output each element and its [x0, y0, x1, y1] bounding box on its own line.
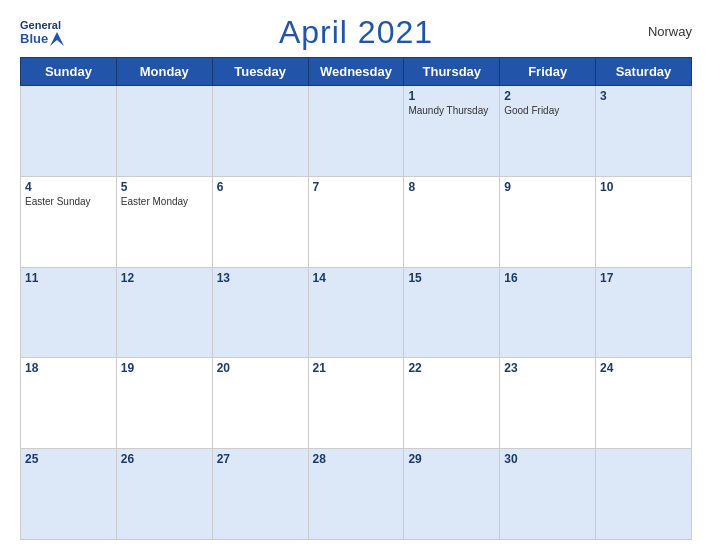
day-number: 17	[600, 271, 687, 285]
calendar-cell: 23	[500, 358, 596, 449]
day-number: 28	[313, 452, 400, 466]
day-number: 20	[217, 361, 304, 375]
weekday-header-row: SundayMondayTuesdayWednesdayThursdayFrid…	[21, 58, 692, 86]
day-number: 29	[408, 452, 495, 466]
calendar-cell: 9	[500, 176, 596, 267]
calendar-week-row: 18192021222324	[21, 358, 692, 449]
calendar-cell: 14	[308, 267, 404, 358]
calendar-cell: 25	[21, 449, 117, 540]
calendar-cell: 4Easter Sunday	[21, 176, 117, 267]
calendar-cell: 15	[404, 267, 500, 358]
day-number: 25	[25, 452, 112, 466]
day-number: 21	[313, 361, 400, 375]
day-number: 18	[25, 361, 112, 375]
calendar-week-row: 252627282930	[21, 449, 692, 540]
calendar-cell: 30	[500, 449, 596, 540]
calendar-cell: 8	[404, 176, 500, 267]
calendar-cell: 13	[212, 267, 308, 358]
day-number: 7	[313, 180, 400, 194]
calendar-cell	[21, 86, 117, 177]
calendar-week-row: 4Easter Sunday5Easter Monday678910	[21, 176, 692, 267]
calendar-cell: 11	[21, 267, 117, 358]
logo-icon	[50, 32, 64, 46]
calendar-cell	[212, 86, 308, 177]
calendar-week-row: 1Maundy Thursday2Good Friday3	[21, 86, 692, 177]
calendar-cell: 2Good Friday	[500, 86, 596, 177]
calendar-cell: 21	[308, 358, 404, 449]
calendar-cell: 10	[596, 176, 692, 267]
day-number: 5	[121, 180, 208, 194]
calendar-header: General Blue April 2021 Norway	[20, 14, 692, 51]
day-number: 27	[217, 452, 304, 466]
day-number: 10	[600, 180, 687, 194]
calendar-cell: 26	[116, 449, 212, 540]
calendar-cell: 22	[404, 358, 500, 449]
weekday-header-tuesday: Tuesday	[212, 58, 308, 86]
day-number: 14	[313, 271, 400, 285]
day-number: 13	[217, 271, 304, 285]
calendar-cell: 20	[212, 358, 308, 449]
calendar-cell: 7	[308, 176, 404, 267]
day-number: 15	[408, 271, 495, 285]
calendar-week-row: 11121314151617	[21, 267, 692, 358]
calendar-cell: 17	[596, 267, 692, 358]
calendar-cell: 5Easter Monday	[116, 176, 212, 267]
weekday-header-monday: Monday	[116, 58, 212, 86]
day-number: 4	[25, 180, 112, 194]
day-number: 30	[504, 452, 591, 466]
calendar-cell: 3	[596, 86, 692, 177]
day-number: 2	[504, 89, 591, 103]
weekday-header-sunday: Sunday	[21, 58, 117, 86]
weekday-header-wednesday: Wednesday	[308, 58, 404, 86]
day-event: Easter Monday	[121, 196, 208, 207]
day-number: 24	[600, 361, 687, 375]
calendar-cell: 24	[596, 358, 692, 449]
day-number: 9	[504, 180, 591, 194]
calendar-cell: 16	[500, 267, 596, 358]
calendar-cell	[308, 86, 404, 177]
weekday-header-saturday: Saturday	[596, 58, 692, 86]
day-event: Good Friday	[504, 105, 591, 116]
logo-blue-text: Blue	[20, 31, 48, 46]
day-number: 8	[408, 180, 495, 194]
month-title: April 2021	[279, 14, 433, 51]
svg-marker-0	[50, 32, 64, 46]
day-number: 16	[504, 271, 591, 285]
day-number: 23	[504, 361, 591, 375]
calendar-cell: 28	[308, 449, 404, 540]
day-number: 26	[121, 452, 208, 466]
day-number: 22	[408, 361, 495, 375]
day-number: 19	[121, 361, 208, 375]
day-number: 1	[408, 89, 495, 103]
calendar-cell: 29	[404, 449, 500, 540]
calendar-table: SundayMondayTuesdayWednesdayThursdayFrid…	[20, 57, 692, 540]
logo-general-text: General	[20, 19, 61, 31]
calendar-cell: 12	[116, 267, 212, 358]
day-event: Easter Sunday	[25, 196, 112, 207]
weekday-header-friday: Friday	[500, 58, 596, 86]
calendar-cell: 19	[116, 358, 212, 449]
logo: General Blue	[20, 19, 64, 46]
day-number: 11	[25, 271, 112, 285]
country-label: Norway	[648, 24, 692, 39]
calendar-cell	[116, 86, 212, 177]
calendar-cell: 6	[212, 176, 308, 267]
calendar-cell: 18	[21, 358, 117, 449]
calendar-cell	[596, 449, 692, 540]
day-event: Maundy Thursday	[408, 105, 495, 116]
calendar-cell: 27	[212, 449, 308, 540]
day-number: 3	[600, 89, 687, 103]
day-number: 12	[121, 271, 208, 285]
weekday-header-thursday: Thursday	[404, 58, 500, 86]
calendar-cell: 1Maundy Thursday	[404, 86, 500, 177]
day-number: 6	[217, 180, 304, 194]
